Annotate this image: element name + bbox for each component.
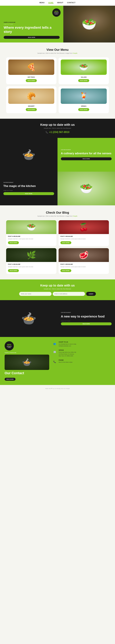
newsletter-title: Keep up to date with us [6, 284, 109, 287]
contact-badge: 40% BUSINESSLUNCH [4, 341, 14, 350]
hero-headline: Where every ingredient tells a story [4, 26, 60, 34]
menu-title: View Our Menu [6, 48, 109, 52]
promo1-small: OUR RESTAURANT [61, 149, 112, 150]
blog-card-0: 🥗 POST 6 HEADLINE Sample small text. Lor… [6, 220, 56, 246]
promo1-headline: A culinary adventure for all the senses [61, 152, 112, 155]
blog-readmore-3[interactable]: READ MORE [60, 269, 71, 272]
newsletter-form: SUBMIT [19, 292, 96, 296]
footer: Made with ❤ by our friendly team for Fre… [0, 385, 115, 392]
blog-body-0: POST 6 HEADLINE Sample small text. Lorem… [6, 234, 56, 246]
feature-image: 🍲 [0, 300, 58, 337]
menu-grid: 🍕 HOT PIZZA READ MORE 🥗 SALADS READ MORE… [6, 57, 109, 113]
hero-right [63, 6, 115, 42]
pizza-label: HOT PIZZA [28, 76, 35, 78]
blog-img-1: 🍒 [58, 220, 109, 234]
salad-label: SALADS [81, 76, 86, 78]
newsletter-section: Keep up to date with us Sample text. Cli… [0, 280, 115, 300]
feature-small: OUR RESTAURANT [61, 312, 112, 313]
blog-body-3: POST 3 HEADLINE Sample small text. Lorem… [58, 262, 109, 274]
contact-read-more[interactable]: READ MORE [4, 378, 16, 381]
blog-text-1: Sample small text. Lorem ipsum dolor sit… [60, 238, 107, 240]
newsletter-submit-button[interactable]: SUBMIT [86, 292, 96, 296]
contact-item-chat: 👥 CHART TO US Our friendly team is here … [52, 341, 110, 347]
contact-item-office: 🏢 OFFICE Come say hello at our office HQ… [52, 350, 110, 357]
promo-section-2: OUR RESTAURANT The magic of the kitchen … [0, 172, 115, 205]
blog-readmore-1[interactable]: READ MORE [60, 241, 71, 244]
drinks-read-more[interactable]: READ MORE [78, 108, 89, 111]
phone-contact-icon: 📞 [52, 359, 57, 364]
hero-food-image [63, 6, 115, 42]
promo2-text: OUR RESTAURANT The magic of the kitchen … [0, 172, 58, 205]
blog-card-1: 🍒 POST 5 HEADLINE Sample small text. Lor… [58, 220, 109, 246]
hero-badge: 40% BUSINESSLUNCH [52, 8, 60, 17]
footer-text: Made with ❤ by our friendly team for Fre… [46, 388, 70, 389]
promo2-small: OUR RESTAURANT [3, 182, 54, 183]
hero-badge-percent: 40% [54, 10, 58, 12]
keepup-section-1: Keep up to date with us Sample text. Cli… [0, 119, 115, 138]
nav-contact[interactable]: CONTACT [67, 2, 76, 4]
blog-img-0: 🥗 [6, 220, 56, 234]
blog-text-3: Sample small text. Lorem ipsum dolor sit… [60, 266, 107, 268]
blog-subtitle: Sample text. Click to select the Text El… [6, 215, 109, 217]
promo1-read-more[interactable]: READ MORE [61, 157, 112, 160]
feature-read-more[interactable]: READ MORE [61, 322, 112, 325]
nav-home[interactable]: HOME [48, 2, 54, 4]
menu-card-salad: 🥗 SALADS READ MORE [58, 57, 109, 84]
promo1-text: OUR RESTAURANT A culinary adventure for … [58, 138, 115, 172]
contact-badge-percent: 40% [7, 344, 11, 346]
menu-section: View Our Menu Sample text. Click to sele… [0, 42, 115, 119]
newsletter-email-input[interactable] [53, 292, 85, 296]
blog-headline-2: POST 4 HEADLINE [8, 264, 54, 265]
contact-phone-info: PHONE Mon-Fri from 8am to 6pm [59, 359, 72, 363]
contact-office-info: OFFICE Come say hello at our office HQ.1… [59, 350, 76, 357]
hero-read-more-button[interactable]: READ MORE [4, 36, 60, 39]
contact-right: 👥 CHART TO US Our friendly team is here … [52, 341, 110, 367]
promo2-food-img: 🥗 [58, 172, 115, 205]
blog-headline-0: POST 6 HEADLINE [8, 236, 54, 237]
menu-card-pizza: 🍕 HOT PIZZA READ MORE [6, 57, 56, 84]
blog-readmore-0[interactable]: READ MORE [8, 241, 19, 244]
feature-headline: A new way to experience food [61, 314, 112, 318]
keepup1-subtitle: Sample text. Click to select the Text El… [6, 128, 109, 129]
contact-left: 40% BUSINESSLUNCH SAMPLE HEADLINE 🍲 Our … [4, 341, 52, 380]
dessert-image: 🥐 [8, 88, 54, 104]
contact-food-image: 🍲 [4, 354, 49, 370]
feature-text: OUR RESTAURANT A new way to experience f… [58, 300, 115, 337]
pizza-read-more[interactable]: READ MORE [26, 79, 37, 82]
freepik-link[interactable]: Freepik [73, 52, 77, 54]
promo2-image: 🥗 [58, 172, 115, 205]
pizza-image: 🍕 [8, 60, 54, 75]
feature-section: 🍲 OUR RESTAURANT A new way to experience… [0, 300, 115, 337]
salad-read-more[interactable]: READ MORE [78, 79, 89, 82]
phone-icon: 📞 [46, 131, 48, 134]
nav-about[interactable]: ABOUT [57, 2, 64, 4]
blog-readmore-2[interactable]: READ MORE [8, 269, 19, 272]
blog-body-1: POST 5 HEADLINE Sample small text. Lorem… [58, 234, 109, 246]
hero-left: 40% BUSINESSLUNCH SAMPLE HEADLINE Image … [0, 6, 63, 42]
contact-badge-label: BUSINESSLUNCH [7, 346, 12, 348]
contact-chat-info: CHART TO US Our friendly team is here to… [59, 341, 76, 347]
feature-caption: Image from Freepik [61, 320, 112, 322]
blog-text-0: Sample small text. Lorem ipsum dolor sit… [8, 238, 54, 240]
office-icon: 🏢 [52, 350, 57, 354]
chat-label: CHART TO US [59, 341, 76, 343]
dessert-label: DESSERT [28, 105, 35, 107]
hero-badge-label: BUSINESSLUNCH [54, 12, 59, 14]
keepup1-title: Keep up to date with us [6, 123, 109, 126]
menu-card-drinks: 🍹 DRINKS READ MORE [58, 86, 109, 113]
office-text: Come say hello at our office HQ.123 Rock… [59, 351, 76, 357]
promo2-read-more[interactable]: READ MORE [3, 192, 54, 195]
dessert-read-more[interactable]: READ MORE [26, 108, 37, 111]
hero-section: 40% BUSINESSLUNCH SAMPLE HEADLINE Image … [0, 6, 115, 42]
salad-image: 🥗 [61, 60, 107, 75]
nav-menu[interactable]: MENU [40, 2, 44, 4]
hero-img-caption: Image from Freepik [4, 24, 60, 25]
contact-section: 40% BUSINESSLUNCH SAMPLE HEADLINE 🍲 Our … [0, 337, 115, 385]
newsletter-name-input[interactable] [19, 292, 52, 296]
blog-headline-1: POST 5 HEADLINE [60, 236, 107, 237]
drinks-image: 🍹 [61, 88, 107, 104]
blog-text-2: Sample small text. Lorem ipsum dolor sit… [8, 266, 54, 268]
blog-freepik-link[interactable]: Freepik [73, 215, 77, 217]
phone-label: PHONE [59, 359, 72, 361]
contact-item-phone: 📞 PHONE Mon-Fri from 8am to 6pm [52, 359, 110, 364]
